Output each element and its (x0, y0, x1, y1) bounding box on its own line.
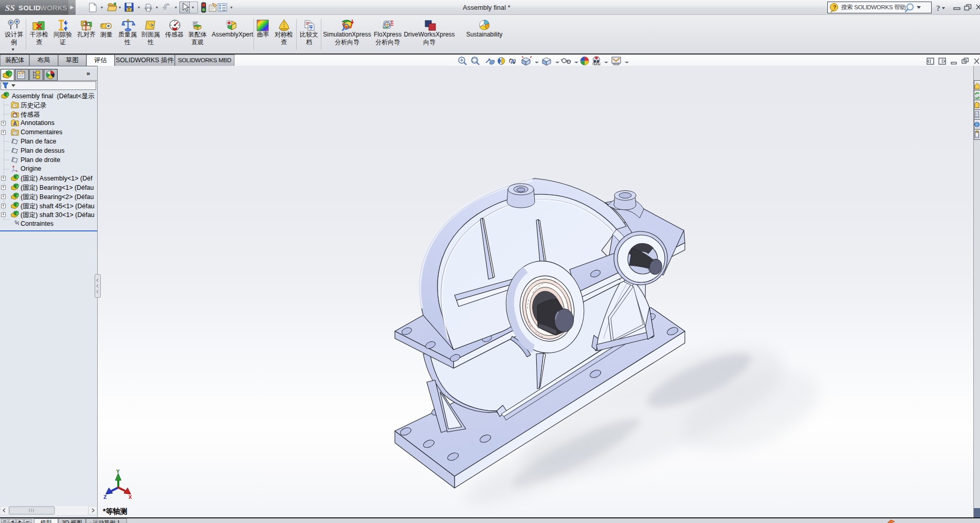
svg-text:A: A (13, 121, 17, 127)
svg-text:Z: Z (103, 494, 107, 500)
svg-text:Y: Y (116, 468, 120, 475)
svg-text:X: X (129, 494, 132, 500)
